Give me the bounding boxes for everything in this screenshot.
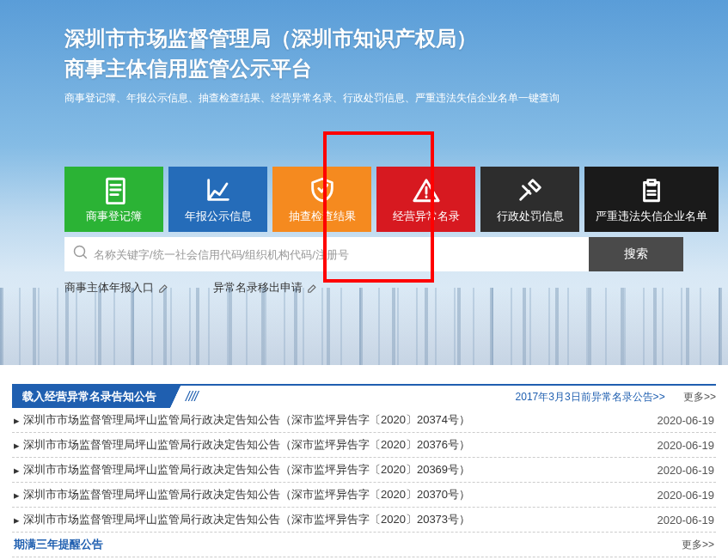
announcement-link[interactable]: 深圳市市场监督管理局坪山监管局行政决定告知公告（深市监坪异告字〔2020〕203… bbox=[23, 487, 470, 502]
list-marker: ▸ bbox=[14, 414, 20, 427]
announcement-date: 2020-06-19 bbox=[658, 464, 715, 477]
search-icon bbox=[73, 245, 89, 264]
search-input[interactable] bbox=[94, 248, 580, 261]
search-box bbox=[64, 237, 589, 271]
tab-label: 经营异常名录 bbox=[393, 209, 460, 224]
announcement-date: 2020-06-19 bbox=[658, 514, 715, 527]
chart-icon bbox=[204, 175, 233, 204]
tab-label: 严重违法失信企业名单 bbox=[596, 209, 707, 224]
page-subtitle: 商事登记簿、年报公示信息、抽查检查结果、经营异常名录、行政处罚信息、严重违法失信… bbox=[64, 91, 728, 106]
announcement-date: 2020-06-19 bbox=[658, 489, 715, 502]
tab-label: 抽查检查结果 bbox=[289, 209, 356, 224]
gavel-icon bbox=[516, 175, 545, 204]
tab-3[interactable]: 经营异常名录 bbox=[376, 167, 475, 232]
list-item: ▸深圳市市场监督管理局坪山监管局行政决定告知公告（深市监坪异告字〔2020〕20… bbox=[12, 458, 716, 483]
page-title-line1: 深圳市市场监督管理局（深圳市知识产权局） bbox=[64, 24, 728, 54]
tab-5[interactable]: 严重违法失信企业名单 bbox=[584, 167, 719, 232]
tab-2[interactable]: 抽查检查结果 bbox=[272, 167, 371, 232]
announcement-date: 2020-06-19 bbox=[658, 439, 715, 452]
list-item: ▸深圳市市场监督管理局坪山监管局行政决定告知公告（深市监坪异告字〔2020〕20… bbox=[12, 433, 716, 458]
edit-icon bbox=[307, 282, 319, 294]
link-label: 商事主体年报入口 bbox=[64, 280, 154, 295]
announcement-link[interactable]: 深圳市市场监督管理局坪山监管局行政决定告知公告（深市监坪异告字〔2020〕203… bbox=[23, 512, 470, 527]
edit-icon bbox=[158, 282, 170, 294]
link-label: 异常名录移出申请 bbox=[213, 280, 303, 295]
section2-more-link[interactable]: 更多>> bbox=[682, 538, 714, 552]
list-item: ▸深圳市市场监督管理局坪山监管局行政决定告知公告（深市监坪异告字〔2020〕20… bbox=[12, 408, 716, 433]
list-marker: ▸ bbox=[14, 464, 20, 477]
list-item: ▸深圳市市场监督管理局坪山监管局行政决定告知公告（深市监坪异告字〔2020〕20… bbox=[12, 483, 716, 508]
doc-icon bbox=[100, 175, 129, 204]
search-button[interactable]: 搜索 bbox=[589, 237, 683, 271]
tab-label: 行政处罚信息 bbox=[497, 209, 564, 224]
quick-link-1[interactable]: 异常名录移出申请 bbox=[213, 280, 319, 295]
warn-icon bbox=[412, 175, 441, 204]
tab-1[interactable]: 年报公示信息 bbox=[168, 167, 267, 232]
section1-title: 载入经营异常名录告知公告 bbox=[12, 386, 167, 408]
section1-more-link[interactable]: 更多>> bbox=[683, 391, 716, 403]
list-marker: ▸ bbox=[14, 514, 20, 527]
announcement-link[interactable]: 深圳市市场监督管理局坪山监管局行政决定告知公告（深市监坪异告字〔2020〕203… bbox=[23, 412, 470, 428]
list-marker: ▸ bbox=[14, 439, 20, 452]
tab-0[interactable]: 商事登记簿 bbox=[64, 167, 163, 232]
list-marker: ▸ bbox=[14, 489, 20, 502]
clipboard-icon bbox=[637, 175, 666, 204]
quick-link-0[interactable]: 商事主体年报入口 bbox=[64, 280, 170, 295]
list-item: ▸深圳市市场监督管理局坪山监管局行政决定告知公告（深市监坪异告字〔2020〕20… bbox=[12, 508, 716, 533]
announcement-link[interactable]: 深圳市市场监督管理局坪山监管局行政决定告知公告（深市监坪异告字〔2020〕203… bbox=[23, 462, 470, 478]
tab-label: 商事登记簿 bbox=[86, 209, 142, 224]
section2-title: 期满三年提醒公告 bbox=[14, 537, 103, 552]
tab-label: 年报公示信息 bbox=[185, 209, 252, 224]
announcement-link[interactable]: 深圳市市场监督管理局坪山监管局行政决定告知公告（深市监坪异告字〔2020〕203… bbox=[23, 437, 470, 453]
decorative-slashes: //// bbox=[186, 389, 198, 405]
page-title-line2: 商事主体信用监管公示平台 bbox=[64, 54, 728, 84]
shield-icon bbox=[308, 175, 337, 204]
announcement-date: 2020-06-19 bbox=[658, 414, 715, 427]
tab-4[interactable]: 行政处罚信息 bbox=[480, 167, 579, 232]
section1-extra-link[interactable]: 2017年3月3日前异常名录公告>> bbox=[516, 391, 665, 403]
